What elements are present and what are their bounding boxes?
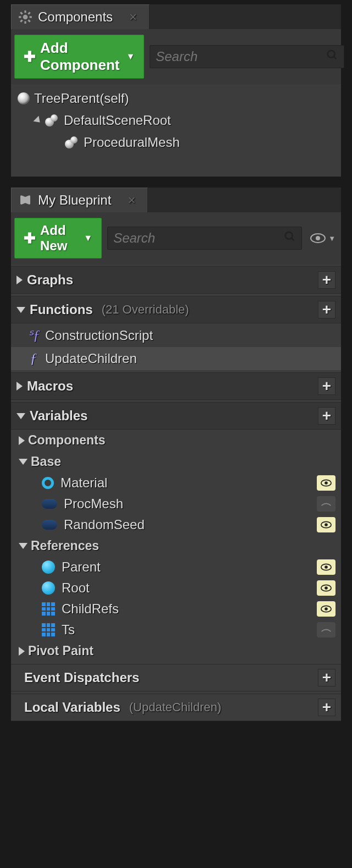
vargroup-base[interactable]: Base (11, 451, 341, 473)
variable-type-icon (42, 520, 57, 530)
add-new-label: Add New (40, 223, 77, 254)
view-options-button[interactable]: ▼ (307, 230, 338, 246)
components-toolbar: ✚ Add Component ▼ (11, 29, 341, 84)
svg-line-8 (28, 12, 30, 14)
chevron-down-icon (16, 307, 25, 313)
svg-line-10 (334, 57, 337, 59)
function-construction-script[interactable]: ˢƒ ConstructionScript (11, 323, 341, 347)
variable-ts[interactable]: Ts (11, 619, 341, 640)
section-macros[interactable]: Macros + (11, 372, 341, 400)
scene-component-icon (65, 136, 79, 149)
section-local-variables-meta: (UpdateChildren) (129, 700, 222, 715)
component-procedural-mesh-label: ProceduralMesh (84, 135, 180, 150)
components-tab-bar: Components × (11, 4, 341, 29)
components-search-input[interactable] (156, 49, 322, 64)
variable-material[interactable]: Material (11, 473, 341, 493)
visibility-toggle[interactable] (317, 475, 336, 491)
add-component-button[interactable]: ✚ Add Component ▼ (14, 35, 144, 79)
chevron-down-icon (16, 413, 25, 419)
variable-type-icon (42, 477, 54, 489)
caret-down-icon: ▼ (126, 52, 135, 62)
add-new-button[interactable]: ✚ Add New ▼ (14, 218, 102, 259)
vargroup-pivot-paint[interactable]: Pivot Paint (11, 640, 341, 662)
svg-point-16 (324, 481, 328, 485)
blueprint-search-input[interactable] (113, 230, 279, 246)
visibility-toggle[interactable] (317, 559, 336, 575)
add-event-dispatcher-button[interactable]: + (318, 669, 336, 686)
svg-point-9 (328, 51, 335, 58)
visibility-toggle[interactable] (317, 622, 336, 638)
variable-root[interactable]: Root (11, 578, 341, 598)
visibility-toggle[interactable] (317, 601, 336, 617)
variable-randomseed[interactable]: RandomSeed (11, 514, 341, 535)
add-function-button[interactable]: + (318, 301, 336, 318)
add-graph-button[interactable]: + (318, 271, 336, 289)
section-event-dispatchers[interactable]: Event Dispatchers + (11, 664, 341, 691)
expand-icon[interactable] (34, 116, 43, 125)
vargroup-references-label: References (31, 539, 99, 553)
components-search[interactable] (150, 45, 344, 68)
svg-point-20 (324, 565, 328, 569)
vargroup-references[interactable]: References (11, 535, 341, 557)
component-self-label: TreeParent(self) (34, 91, 129, 106)
vargroup-pivot-paint-label: Pivot Paint (28, 644, 94, 658)
blueprint-toolbar: ✚ Add New ▼ ▼ (11, 212, 341, 264)
close-icon[interactable]: × (129, 9, 137, 25)
add-macro-button[interactable]: + (318, 377, 336, 395)
section-graphs[interactable]: Graphs + (11, 266, 341, 294)
section-functions-label: Functions (30, 302, 93, 317)
section-local-variables[interactable]: Local Variables (UpdateChildren) + (11, 694, 341, 721)
svg-point-0 (23, 15, 28, 20)
add-component-label: Add Component (40, 40, 119, 74)
gear-icon (18, 10, 32, 24)
chevron-right-icon (19, 436, 25, 445)
visibility-toggle[interactable] (317, 517, 336, 532)
svg-point-22 (324, 586, 328, 590)
blueprint-tab-bar: My Blueprint × (11, 188, 341, 212)
function-name: UpdateChildren (45, 351, 137, 366)
component-scene-root[interactable]: DefaultSceneRoot (13, 109, 339, 131)
blueprint-search[interactable] (107, 227, 302, 250)
variable-procmesh[interactable]: ProcMesh (11, 493, 341, 514)
chevron-down-icon (19, 459, 28, 465)
variable-name: Root (62, 580, 90, 596)
component-procedural-mesh[interactable]: ProceduralMesh (13, 131, 339, 153)
chevron-right-icon (16, 382, 23, 391)
variable-name: Parent (62, 559, 101, 575)
component-self[interactable]: TreeParent(self) (13, 87, 339, 109)
search-icon (326, 49, 338, 64)
variable-name: Material (61, 475, 107, 491)
scene-component-icon (45, 114, 59, 127)
svg-point-14 (316, 236, 320, 240)
svg-line-7 (20, 20, 22, 21)
svg-line-12 (292, 238, 294, 241)
blueprint-panel: My Blueprint × ✚ Add New ▼ ▼ Graphs + (11, 188, 341, 721)
section-event-dispatchers-label: Event Dispatchers (24, 670, 139, 685)
plus-icon: ✚ (24, 48, 36, 65)
blueprint-tab[interactable]: My Blueprint × (11, 188, 148, 212)
variable-parent[interactable]: Parent (11, 557, 341, 578)
caret-down-icon: ▼ (84, 233, 92, 243)
visibility-toggle[interactable] (317, 580, 336, 596)
book-icon (18, 193, 32, 207)
function-icon: ƒ (28, 350, 40, 367)
function-icon: ˢƒ (28, 327, 40, 344)
search-icon (284, 230, 296, 246)
section-functions[interactable]: Functions (21 Overridable) + (11, 296, 341, 323)
chevron-right-icon (19, 647, 25, 656)
components-tab[interactable]: Components × (11, 4, 150, 29)
variable-type-icon (42, 602, 55, 616)
section-variables[interactable]: Variables + (11, 402, 341, 430)
close-icon[interactable]: × (128, 193, 135, 208)
function-name: ConstructionScript (45, 328, 153, 343)
function-update-children[interactable]: ƒ UpdateChildren (11, 347, 341, 370)
chevron-right-icon (16, 276, 23, 284)
variable-childrefs[interactable]: ChildRefs (11, 598, 341, 619)
add-variable-button[interactable]: + (318, 407, 336, 425)
chevron-down-icon (19, 543, 28, 549)
components-tab-label: Components (38, 9, 113, 25)
components-panel: Components × ✚ Add Component ▼ TreeParen… (11, 4, 341, 177)
vargroup-components[interactable]: Components (11, 430, 341, 451)
visibility-toggle[interactable] (317, 496, 336, 512)
add-local-variable-button[interactable]: + (318, 699, 336, 716)
